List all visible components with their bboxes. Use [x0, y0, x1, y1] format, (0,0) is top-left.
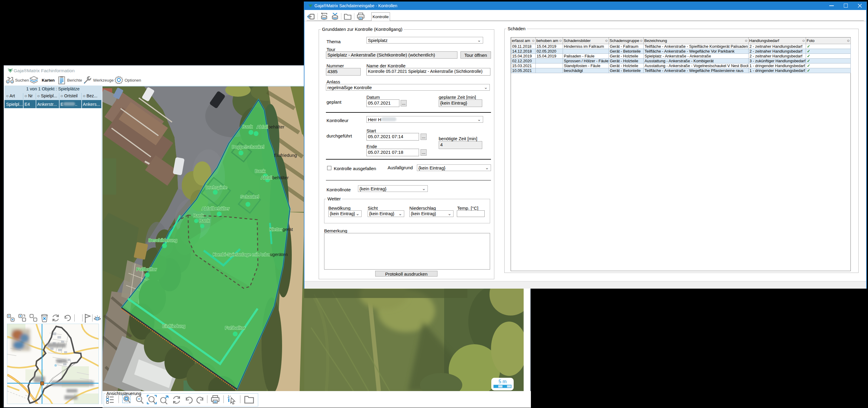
svg-text:Fußballtor: Fußballtor [225, 325, 246, 330]
svg-text:Einfriedung: Einfriedung [274, 153, 297, 158]
svg-text:Abfallbehälter: Abfallbehälter [202, 206, 229, 211]
svg-text:Schaukel: Schaukel [240, 194, 259, 199]
svg-text:5 m: 5 m [499, 379, 507, 384]
svg-text:Bank: Bank [255, 168, 266, 174]
svg-text:Einfriedung: Einfriedung [162, 323, 185, 328]
svg-text:Abfallbehälter: Abfallbehälter [257, 124, 284, 129]
svg-text:Bank: Bank [242, 124, 253, 129]
svg-text:Drehspiele: Drehspiele [206, 185, 227, 190]
svg-text:Beschilderung: Beschilderung [149, 238, 177, 243]
svg-text:Kombi-Spielanlage mit Anbauger: Kombi-Spielanlage mit Anbaugeräten [213, 252, 288, 257]
svg-text:Bank: Bank [199, 218, 210, 223]
svg-text:Bank: Bank [193, 213, 204, 218]
svg-text:Doppelschaukel: Doppelschaukel [232, 144, 264, 149]
svg-text:Abfallbehälter: Abfallbehälter [261, 175, 289, 180]
svg-text:Fußballtor: Fußballtor [136, 266, 157, 272]
svg-text:Klettergerät: Klettergerät [269, 227, 293, 232]
